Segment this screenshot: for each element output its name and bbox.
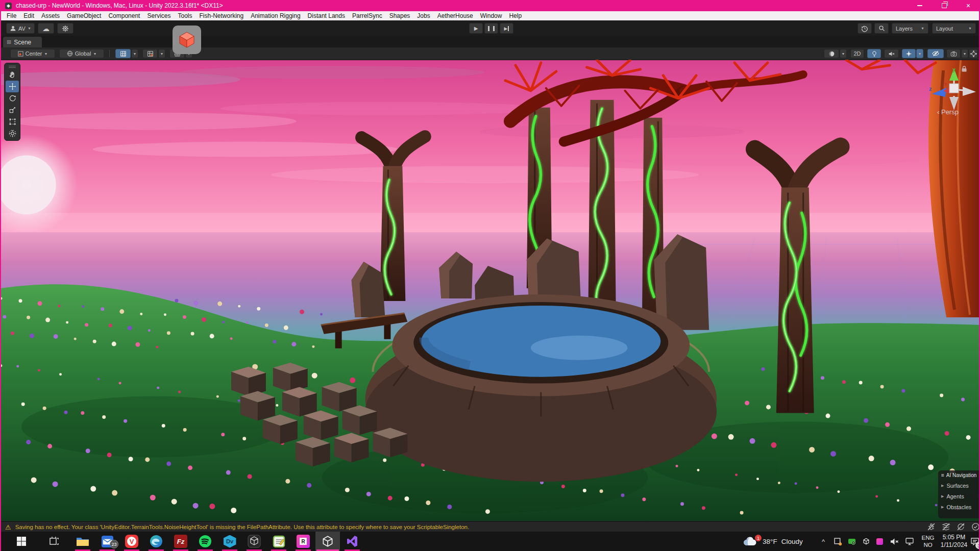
rotate-tool[interactable] xyxy=(6,92,19,104)
tab-scene[interactable]: ⊞ Scene xyxy=(3,37,42,47)
menu-item-edit[interactable]: Edit xyxy=(20,11,38,20)
lighting-toggle[interactable] xyxy=(867,49,881,58)
debugger-disabled-icon[interactable] xyxy=(927,522,936,531)
close-button[interactable]: × xyxy=(957,0,980,11)
ai-nav-agents[interactable]: ▶Agents xyxy=(941,493,980,499)
restore-button[interactable] xyxy=(933,0,956,11)
ai-nav-surfaces[interactable]: ▶Surfaces xyxy=(941,483,980,489)
camera-dropdown[interactable]: ▼ xyxy=(961,49,968,58)
mode-2d-toggle[interactable]: 2D xyxy=(850,49,864,58)
snap-toggle[interactable] xyxy=(142,49,158,58)
start-button[interactable] xyxy=(9,532,34,551)
taskbar-visual-studio[interactable] xyxy=(340,532,364,551)
menu-item-fish-networking[interactable]: Fish-Networking xyxy=(195,11,247,20)
status-bar[interactable]: ⚠ Saving has no effect. Your class 'Unit… xyxy=(1,521,979,532)
camera-settings-button[interactable] xyxy=(946,49,961,58)
gizmo-z-axis[interactable] xyxy=(932,88,946,97)
console-warning-text[interactable]: Saving has no effect. Your class 'UnityE… xyxy=(15,524,470,530)
floating-package-button[interactable] xyxy=(173,26,201,54)
menu-item-help[interactable]: Help xyxy=(505,11,525,20)
menu-item-gameobject[interactable]: GameObject xyxy=(63,11,105,20)
step-button[interactable]: ▶ xyxy=(500,23,513,34)
weather-button[interactable]: 1 xyxy=(740,532,761,551)
effects-dropdown[interactable]: ▼ xyxy=(916,49,923,58)
view-hand-tool[interactable] xyxy=(6,69,19,81)
ai-nav-obstacles[interactable]: ▶Obstacles xyxy=(941,504,980,510)
taskbar-unity-editor[interactable] xyxy=(315,532,340,551)
effects-toggle[interactable] xyxy=(902,49,916,58)
taskbar-vivaldi[interactable]: V xyxy=(119,532,144,551)
hidden-icons-chevron[interactable]: ^ xyxy=(817,532,830,551)
tray-unity-hub[interactable] xyxy=(860,532,873,551)
taskbar-filezilla[interactable]: Fz xyxy=(168,532,193,551)
tray-volume[interactable] xyxy=(887,532,901,551)
taskbar-rider[interactable]: R xyxy=(291,532,315,551)
taskbar-mail[interactable]: 23 xyxy=(95,532,119,551)
tray-network[interactable] xyxy=(902,532,917,551)
menu-item-assets[interactable]: Assets xyxy=(38,11,63,20)
minimize-button[interactable] xyxy=(908,0,932,11)
projection-label[interactable]: ‹ Persp xyxy=(937,108,959,116)
task-view-button[interactable] xyxy=(42,532,66,551)
cloud-button[interactable]: ☁ xyxy=(38,23,54,34)
menu-item-animation-rigging[interactable]: Animation Rigging xyxy=(247,11,304,20)
menu-item-component[interactable]: Component xyxy=(105,11,143,20)
taskbar-file-explorer[interactable] xyxy=(70,532,95,551)
tray-rider[interactable] xyxy=(873,532,886,551)
services-settings-button[interactable] xyxy=(57,23,74,34)
tray-nvidia[interactable] xyxy=(845,532,859,551)
gizmo-cube[interactable] xyxy=(949,84,959,93)
menu-item-services[interactable]: Services xyxy=(143,11,174,20)
tool-orientation-dropdown[interactable]: Global▼ xyxy=(59,49,104,58)
grid-visibility-toggle[interactable] xyxy=(115,49,131,58)
play-button[interactable]: ▶ xyxy=(469,23,483,34)
taskbar-edge[interactable] xyxy=(144,532,168,551)
tool-pivot-dropdown[interactable]: Center▼ xyxy=(10,49,55,58)
overlay-drag-handle[interactable] xyxy=(5,65,20,69)
menu-item-parrelsync[interactable]: ParrelSync xyxy=(349,11,386,20)
grid-options-dropdown[interactable]: ▼ xyxy=(131,49,138,58)
transform-tool[interactable] xyxy=(6,128,19,139)
cache-disabled-icon[interactable] xyxy=(942,522,950,531)
menu-item-aetherhouse[interactable]: AetherHouse xyxy=(434,11,477,20)
auto-refresh-disabled-icon[interactable] xyxy=(957,522,965,531)
account-dropdown[interactable]: AV▼ xyxy=(6,23,35,34)
scene-visibility-toggle[interactable] xyxy=(927,49,944,58)
taskbar-notepad-plus-plus[interactable] xyxy=(266,532,291,551)
clock[interactable]: 5:05 PM 1/11/2024 xyxy=(938,532,970,551)
weather-text[interactable]: 38°FCloudy xyxy=(763,532,816,551)
layers-dropdown[interactable]: Layers▼ xyxy=(892,23,928,34)
screen-clip-icon xyxy=(834,537,842,546)
progress-check-icon[interactable] xyxy=(971,522,980,531)
taskbar-unity-hub[interactable] xyxy=(242,532,266,551)
menu-item-shapes[interactable]: Shapes xyxy=(386,11,414,20)
taskbar-davinci[interactable]: Dv xyxy=(217,532,242,551)
scale-tool[interactable] xyxy=(6,104,19,116)
menu-item-window[interactable]: Window xyxy=(477,11,506,20)
lock-icon[interactable] xyxy=(961,65,968,72)
gizmos-button[interactable] xyxy=(969,49,978,58)
rect-tool[interactable] xyxy=(6,116,19,128)
layout-dropdown[interactable]: Layout▼ xyxy=(932,23,976,34)
language-switcher[interactable]: ENGNO xyxy=(918,532,938,551)
snap-options-dropdown[interactable]: ▼ xyxy=(158,49,165,58)
volume-muted-icon xyxy=(890,538,899,545)
overlay-handle-icon[interactable]: ≡ xyxy=(941,472,944,478)
menu-item-tools[interactable]: Tools xyxy=(174,11,195,20)
audio-toggle[interactable] xyxy=(884,49,899,58)
draw-mode-button[interactable] xyxy=(824,49,839,58)
action-center-button[interactable]: 3 xyxy=(969,532,980,551)
menu-item-jobs[interactable]: Jobs xyxy=(413,11,433,20)
search-button[interactable] xyxy=(874,23,889,34)
orientation-gizmo[interactable]: y z x xyxy=(926,64,980,113)
draw-mode-dropdown[interactable]: ▼ xyxy=(840,49,847,58)
gizmo-neg-x-axis[interactable] xyxy=(963,87,976,96)
scene-viewport[interactable] xyxy=(1,60,979,521)
menu-item-file[interactable]: File xyxy=(3,11,20,20)
menu-item-distant-lands[interactable]: Distant Lands xyxy=(304,11,349,20)
undo-history-button[interactable] xyxy=(857,23,872,34)
taskbar-spotify[interactable] xyxy=(193,532,217,551)
move-tool[interactable] xyxy=(6,81,19,92)
tray-snip-tool[interactable] xyxy=(831,532,844,551)
pause-button[interactable] xyxy=(484,23,498,34)
